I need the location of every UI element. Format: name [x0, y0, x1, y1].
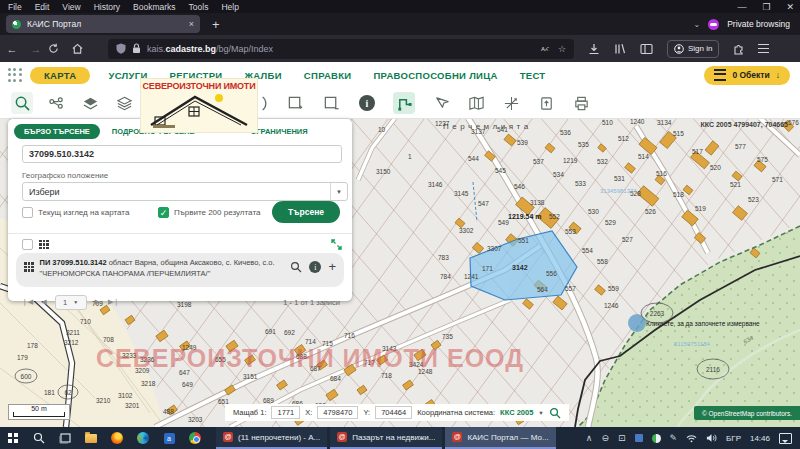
next-page-button[interactable]: ▶ — [95, 298, 100, 306]
page-select[interactable]: 1▼ — [55, 295, 87, 310]
edge-icon[interactable] — [130, 427, 156, 449]
tool-pointer-icon[interactable] — [430, 92, 452, 114]
menu-tools[interactable]: Tools — [189, 2, 209, 12]
tab-favicon — [12, 20, 21, 29]
objects-button[interactable]: 0 Обекти ↓ — [704, 66, 790, 85]
menu-hamburger-icon[interactable] — [758, 44, 769, 53]
select-all-checkbox[interactable] — [22, 239, 33, 250]
tool-layers-outline-icon[interactable] — [113, 92, 135, 114]
task-view-icon[interactable] — [52, 427, 78, 449]
tray-chevron-icon[interactable]: ∧ — [586, 433, 593, 443]
close-button[interactable]: ✕ — [786, 2, 794, 12]
apps-grid-icon[interactable] — [8, 68, 22, 82]
back-button[interactable]: ← — [0, 43, 24, 55]
first-page-button[interactable]: ❘◀ — [22, 298, 33, 306]
language-indicator[interactable]: БГР — [726, 434, 741, 443]
notification-icon[interactable] — [779, 433, 792, 444]
home-button[interactable] — [72, 43, 96, 54]
volume-icon[interactable] — [706, 433, 717, 443]
search-button[interactable]: Търсене — [272, 201, 340, 223]
tray-device-icon[interactable]: ⊡ — [618, 433, 626, 443]
scale-value[interactable]: 1771 — [271, 406, 300, 419]
window-controls: — ❐ ✕ — [737, 0, 794, 13]
result-row[interactable]: ПИ 37099.510.3142 област Варна, община А… — [16, 253, 344, 287]
firefox-icon[interactable] — [104, 427, 130, 449]
statusbar-search-icon[interactable] — [549, 407, 561, 419]
download-icon[interactable] — [588, 43, 600, 55]
minimize-button[interactable]: — — [737, 2, 746, 12]
url-text: kais.cadastre.bg/bg/Map/Index — [147, 44, 273, 54]
parcel-label: 3210 — [96, 397, 111, 404]
chevron-down-icon[interactable]: ⌄ — [693, 20, 700, 29]
tool-coordinates-icon[interactable] — [500, 92, 522, 114]
menu-history[interactable]: History — [94, 2, 120, 12]
chrome-icon[interactable] — [182, 427, 208, 449]
parcel-label: 488 — [163, 408, 174, 415]
sidebar-icon[interactable] — [640, 43, 653, 55]
nav-karta[interactable]: КАРТА — [30, 67, 90, 84]
blue-app-icon[interactable]: a — [156, 427, 182, 449]
new-tab-button[interactable]: + — [212, 17, 220, 32]
osm-attribution[interactable]: © OpenStreetMap contributors. — [694, 406, 800, 420]
taskbar-app-market[interactable]: @Пазарът на недвижи... — [330, 427, 442, 449]
crs-select[interactable]: ККС 2005 — [500, 408, 533, 417]
tray-app-icon[interactable] — [635, 434, 643, 442]
menu-bookmarks[interactable]: Bookmarks — [133, 2, 176, 12]
browser-tab[interactable]: КАИС Портал × — [6, 15, 200, 33]
forward-button[interactable]: → — [24, 43, 48, 55]
nav-spravki[interactable]: СПРАВКИ — [304, 70, 352, 81]
area-label: Перчемлията — [443, 122, 532, 131]
nav-test[interactable]: ТЕСТ — [520, 70, 546, 81]
tab-quick-search[interactable]: БЪРЗО ТЪРСЕНЕ — [14, 124, 100, 139]
menu-edit[interactable]: Edit — [35, 2, 50, 12]
maximize-button[interactable]: ❐ — [762, 2, 770, 12]
taskbar-search-icon[interactable] — [26, 427, 52, 449]
nav-pravosposobni[interactable]: ПРАВОСПОСОБНИ ЛИЦА — [373, 70, 497, 81]
shield-icon[interactable] — [116, 43, 126, 54]
tray-shield-icon[interactable] — [652, 434, 661, 443]
result-zoom-icon[interactable] — [290, 261, 302, 273]
result-info-icon[interactable]: i — [309, 261, 321, 273]
tray-pen-icon[interactable]: ✎ — [670, 433, 678, 443]
taskbar-app-kais[interactable]: @КАИС Портал — Мо... — [445, 427, 555, 449]
menu-help[interactable]: Help — [221, 2, 238, 12]
tray-remote-icon[interactable]: ⊖ — [601, 433, 609, 443]
crs-caret-icon[interactable]: ▼ — [538, 410, 543, 416]
tool-measure-polyline-icon[interactable] — [393, 92, 415, 114]
extensions-icon[interactable] — [733, 43, 744, 55]
menu-view[interactable]: View — [62, 2, 80, 12]
menu-file[interactable]: File — [8, 2, 22, 12]
tool-select-remove-icon[interactable] — [320, 92, 342, 114]
taskbar-app-mail[interactable]: @(11 непрочетени) - А... — [216, 427, 327, 449]
tool-info-icon[interactable]: i — [356, 92, 378, 114]
expand-results-icon[interactable] — [331, 239, 342, 250]
sign-in-button[interactable]: Sign in — [667, 40, 719, 58]
clock[interactable]: 14:46 — [750, 434, 770, 443]
file-explorer-icon[interactable] — [78, 427, 104, 449]
translate-icon[interactable]: ᴀᴀ̂ — [541, 44, 548, 54]
checkbox-current-view[interactable] — [22, 207, 33, 218]
tool-export-icon[interactable] — [535, 92, 557, 114]
tool-select-icon[interactable] — [45, 92, 67, 114]
geo-select[interactable]: Избери ▼ — [22, 182, 348, 201]
url-bar[interactable]: kais.cadastre.bg/bg/Map/Index ᴀᴀ̂ ☆ — [108, 39, 574, 59]
checkbox-first-200[interactable]: ✓ — [158, 207, 169, 218]
tab-restrictions[interactable]: ОГРАНИЧЕНИЯ — [251, 127, 308, 136]
tool-search-icon[interactable] — [11, 92, 33, 114]
bookmark-star-icon[interactable]: ☆ — [558, 44, 566, 54]
search-input[interactable] — [22, 145, 342, 163]
result-add-icon[interactable]: + — [328, 262, 336, 272]
wifi-icon[interactable] — [686, 434, 697, 443]
library-icon[interactable] — [614, 43, 626, 55]
prev-page-button[interactable]: ◀ — [41, 298, 46, 306]
start-button[interactable] — [0, 427, 26, 449]
tool-layers-filled-icon[interactable] — [79, 92, 101, 114]
tool-print-icon[interactable] — [570, 92, 592, 114]
y-value: 704464 — [375, 406, 412, 419]
last-page-button[interactable]: ▶❘ — [108, 298, 119, 306]
parcel-label: 564 — [537, 286, 548, 293]
tool-map-icon[interactable] — [465, 92, 487, 114]
tab-close-icon[interactable]: × — [189, 19, 194, 29]
reload-button[interactable] — [48, 43, 72, 54]
tool-select-add-icon[interactable] — [284, 92, 306, 114]
